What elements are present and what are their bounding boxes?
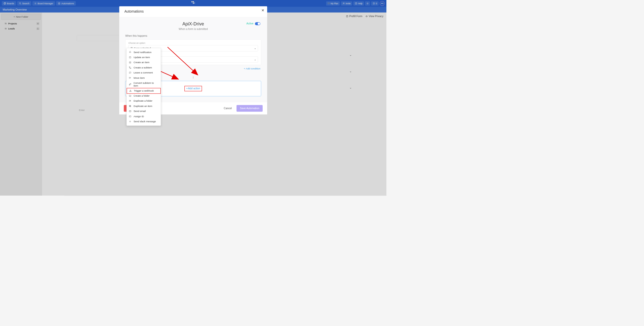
svg-rect-39 [129, 57, 131, 58]
convert-icon [129, 83, 132, 86]
folder-plus-icon [129, 95, 132, 97]
bell-icon [129, 51, 132, 54]
menu-item-leave-comment[interactable]: Leave a comment [127, 70, 161, 75]
modal-title: Automations [119, 6, 267, 17]
menu-item-assign-id[interactable]: id Assign ID [127, 114, 161, 119]
svg-rect-48 [130, 84, 131, 84]
menu-item-convert-subitem[interactable]: Convert subitem to item [127, 80, 161, 88]
choose-option-label: Choose an option: [129, 42, 258, 44]
svg-rect-47 [129, 85, 130, 85]
close-button[interactable]: ✕ [261, 8, 264, 13]
folder-dup-icon [129, 100, 132, 102]
chevron-down-icon: ⌄ [254, 47, 256, 50]
svg-text:id: id [130, 116, 130, 117]
add-condition-button[interactable]: + Add condition [244, 67, 260, 70]
automation-name: ApiX-Drive [125, 21, 261, 26]
cancel-button[interactable]: Cancel [221, 105, 235, 112]
add-action-button[interactable]: +Add action [184, 86, 202, 91]
menu-item-move-item[interactable]: Move item [127, 75, 161, 80]
svg-rect-54 [130, 106, 131, 107]
plus-icon: + [186, 87, 188, 90]
menu-item-send-notification[interactable]: Send notification [127, 50, 161, 55]
active-toggle[interactable] [255, 22, 260, 25]
svg-rect-46 [129, 77, 130, 78]
svg-rect-61 [130, 121, 131, 122]
svg-rect-55 [129, 105, 131, 107]
svg-rect-59 [129, 121, 130, 122]
subitem-icon [129, 66, 132, 69]
menu-item-create-folder[interactable]: Create a folder [127, 93, 161, 98]
comment-icon [129, 71, 132, 74]
save-automation-button[interactable]: Save Automation [236, 105, 263, 112]
close-icon: ✕ [261, 8, 264, 12]
menu-item-duplicate-folder[interactable]: Duplicate a folder [127, 98, 161, 103]
svg-rect-44 [129, 67, 130, 67]
webhook-icon [129, 90, 132, 92]
svg-rect-62 [130, 122, 130, 122]
menu-item-trigger-webhook[interactable]: Trigger a webhook [127, 88, 161, 94]
edit-icon [129, 56, 132, 59]
mail-icon [129, 110, 132, 112]
active-label: Active [247, 22, 254, 25]
chevron-down-icon: ⌄ [254, 58, 256, 61]
move-icon [129, 77, 132, 79]
menu-item-send-email[interactable]: Send email [127, 109, 161, 114]
menu-item-create-subitem[interactable]: Create a subitem [127, 65, 161, 70]
item-dup-icon [129, 105, 132, 107]
svg-rect-60 [130, 121, 130, 121]
menu-item-update-item[interactable]: Update an item [127, 55, 161, 60]
action-dropdown-menu: Send notification Update an item Create … [127, 48, 161, 126]
menu-item-create-item[interactable]: Create an item [127, 60, 161, 65]
when-label: When this happens [125, 34, 261, 37]
id-icon: id [129, 115, 132, 118]
plus-square-icon [129, 61, 132, 64]
automation-subtitle: When a form is submitted [125, 28, 261, 31]
svg-rect-45 [130, 68, 131, 68]
menu-item-duplicate-item[interactable]: Duplicate an item [127, 104, 161, 109]
slack-icon [129, 120, 132, 123]
modal-overlay: ✕ Automations Active ApiX-Drive When a f… [0, 0, 386, 196]
menu-item-send-slack[interactable]: Send slack message [127, 119, 161, 124]
plus-icon: + [244, 67, 245, 70]
